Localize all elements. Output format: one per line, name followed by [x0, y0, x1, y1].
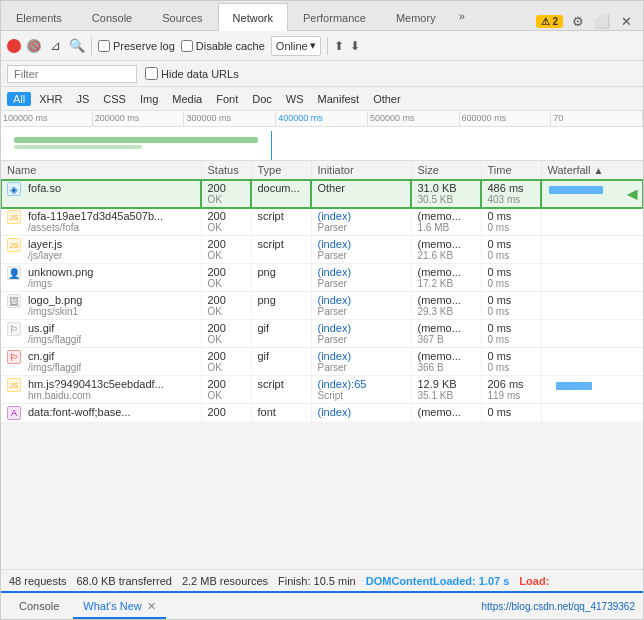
table-row[interactable]: A data:font-woff;base... 200 font (index… [1, 404, 643, 423]
cell-time: 0 ms 0 ms [481, 236, 541, 264]
tab-console[interactable]: Console [77, 3, 147, 31]
tick-7: 70 [551, 111, 643, 126]
tab-more[interactable]: » [451, 2, 473, 30]
type-filter-ws[interactable]: WS [280, 92, 310, 106]
type-filter-js[interactable]: JS [70, 92, 95, 106]
table-body: ◈ fofa.so 200 OK docum... Other 31.0 KB [1, 180, 643, 423]
tab-performance[interactable]: Performance [288, 3, 381, 31]
search-button[interactable]: 🔍 [69, 38, 85, 54]
hide-data-urls-checkbox[interactable]: Hide data URLs [145, 67, 239, 80]
cell-type: script [251, 236, 311, 264]
cell-type: font [251, 404, 311, 423]
cell-type: docum... [251, 180, 311, 208]
close-tab-icon[interactable]: ✕ [147, 600, 156, 612]
col-header-waterfall[interactable]: Waterfall ▲ [541, 161, 643, 180]
cell-status: 200 OK [201, 264, 251, 292]
tab-memory[interactable]: Memory [381, 3, 451, 31]
type-filter-xhr[interactable]: XHR [33, 92, 68, 106]
tab-elements[interactable]: Elements [1, 3, 77, 31]
warning-badge: ⚠ 2 [536, 15, 563, 28]
cell-time: 0 ms [481, 404, 541, 423]
file-icon: 🏳 [7, 322, 21, 336]
type-filter-other[interactable]: Other [367, 92, 407, 106]
network-table-scroll[interactable]: Name Status Type Initiator Size Time Wat… [1, 161, 643, 569]
timeline-cursor [271, 131, 272, 161]
cell-time: 0 ms 0 ms [481, 208, 541, 236]
table-row[interactable]: 🖼 logo_b.png /imgs/skin1 200 OK png [1, 292, 643, 320]
file-icon: A [7, 406, 21, 420]
cell-initiator: (index) Parser [311, 292, 411, 320]
col-header-size[interactable]: Size [411, 161, 481, 180]
col-header-type[interactable]: Type [251, 161, 311, 180]
cell-size: (memo... 29.3 KB [411, 292, 481, 320]
table-row[interactable]: JS fofa-119ae17d3d45a507b... /assets/fof… [1, 208, 643, 236]
type-filter-doc[interactable]: Doc [246, 92, 278, 106]
devtools-window: Elements Console Sources Network Perform… [0, 0, 644, 620]
type-filter-font[interactable]: Font [210, 92, 244, 106]
cell-size: (memo... 366 B [411, 348, 481, 376]
tab-network[interactable]: Network [218, 3, 288, 31]
col-header-time[interactable]: Time [481, 161, 541, 180]
table-row[interactable]: JS layer.js /js/layer 200 OK script [1, 236, 643, 264]
cell-initiator: (index) [311, 404, 411, 423]
load-label: Load: [519, 575, 549, 587]
cell-time: 0 ms 0 ms [481, 264, 541, 292]
cell-waterfall [541, 264, 643, 292]
tick-6: 600000 ms [460, 111, 552, 126]
preserve-log-input[interactable] [98, 40, 110, 52]
top-right-icons: ⚠ 2 ⚙ ⬜ ✕ [536, 12, 643, 30]
import-har-icon[interactable]: ⬆ [334, 39, 344, 53]
table-row[interactable]: 🏳 cn.gif /imgs/flaggif 200 OK gif [1, 348, 643, 376]
chevron-down-icon: ▾ [310, 39, 316, 52]
throttle-select[interactable]: Online ▾ [271, 36, 321, 56]
table-row[interactable]: 🏳 us.gif /imgs/flaggif 200 OK gif [1, 320, 643, 348]
table-row[interactable]: JS hm.js?9490413c5eebdadf... hm.baidu.co… [1, 376, 643, 404]
timeline-bars [1, 127, 643, 161]
hide-data-urls-input[interactable] [145, 67, 158, 80]
cell-time: 0 ms 0 ms [481, 348, 541, 376]
cell-size: (memo... 21.6 KB [411, 236, 481, 264]
cell-status: 200 OK [201, 236, 251, 264]
dock-icon[interactable]: ⬜ [593, 12, 611, 30]
type-filter-manifest[interactable]: Manifest [312, 92, 366, 106]
tick-3: 300000 ms [184, 111, 276, 126]
cell-size: (memo... 367 B [411, 320, 481, 348]
col-header-status[interactable]: Status [201, 161, 251, 180]
type-filter-css[interactable]: CSS [97, 92, 132, 106]
settings-icons: ⚙ ⬜ ✕ [569, 12, 635, 30]
type-filter-media[interactable]: Media [166, 92, 208, 106]
record-button[interactable] [7, 39, 21, 53]
preserve-log-checkbox[interactable]: Preserve log [98, 40, 175, 52]
bottom-tab-whats-new[interactable]: What's New ✕ [73, 596, 165, 619]
filter-input[interactable] [7, 65, 137, 83]
col-header-name[interactable]: Name [1, 161, 201, 180]
table-row[interactable]: 👤 unknown.png /imgs 200 OK png (in [1, 264, 643, 292]
table-row[interactable]: ◈ fofa.so 200 OK docum... Other 31.0 KB [1, 180, 643, 208]
tab-sources[interactable]: Sources [147, 3, 217, 31]
cell-status: 200 OK [201, 320, 251, 348]
disable-cache-input[interactable] [181, 40, 193, 52]
cell-waterfall [541, 292, 643, 320]
filter-toggle-icon[interactable]: ⊿ [47, 38, 63, 54]
settings-icon[interactable]: ⚙ [569, 12, 587, 30]
export-har-icon[interactable]: ⬇ [350, 39, 360, 53]
cell-type: gif [251, 348, 311, 376]
col-header-initiator[interactable]: Initiator [311, 161, 411, 180]
csdn-link[interactable]: https://blog.csdn.net/qq_41739362 [482, 601, 635, 612]
bottom-tab-console[interactable]: Console [9, 596, 69, 618]
cell-status: 200 OK [201, 376, 251, 404]
cell-initiator: (index) Parser [311, 208, 411, 236]
type-filter-img[interactable]: Img [134, 92, 164, 106]
cell-name: A data:font-woff;base... [1, 404, 201, 423]
cell-type: gif [251, 320, 311, 348]
file-icon: 🏳 [7, 350, 21, 364]
type-filter-all[interactable]: All [7, 92, 31, 106]
file-icon: ◈ [7, 182, 21, 196]
cell-name: 👤 unknown.png /imgs [1, 264, 201, 292]
cell-size: 12.9 KB 35.1 KB [411, 376, 481, 404]
close-devtools-icon[interactable]: ✕ [617, 12, 635, 30]
cell-waterfall [541, 208, 643, 236]
clear-button[interactable]: 🚫 [27, 39, 41, 53]
green-arrow-icon: ◄ [623, 183, 641, 204]
disable-cache-checkbox[interactable]: Disable cache [181, 40, 265, 52]
